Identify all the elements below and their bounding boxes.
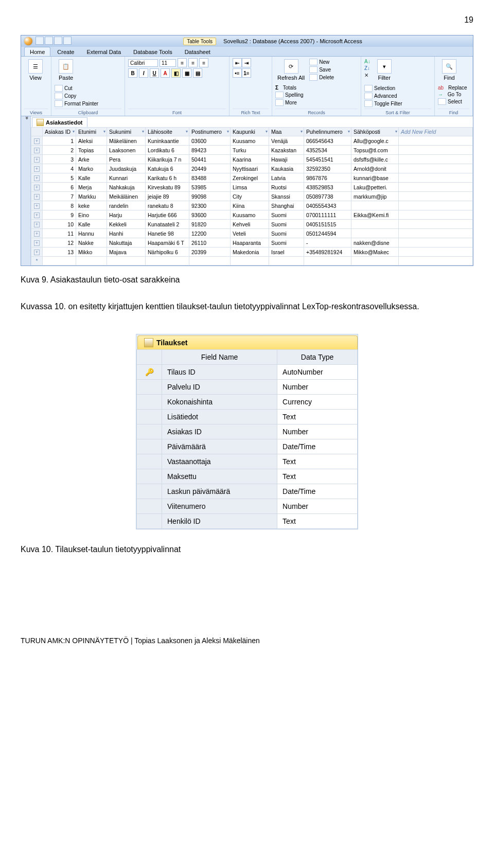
cell[interactable]: Suomi [269,238,304,247]
cell[interactable] [351,220,399,229]
quick-access-toolbar[interactable] [36,37,73,46]
column-header[interactable]: Add New Field [399,128,473,136]
cell[interactable]: 99098 [189,192,231,201]
data-type-cell[interactable]: Text [277,469,358,484]
cell[interactable]: Pera [107,155,146,164]
cell[interactable]: 20449 [189,164,231,173]
column-header[interactable]: Sukunimi▾ [107,128,146,136]
cell[interactable]: 066545643 [304,136,351,146]
cell[interactable]: Kiikarikuja 7 n [146,155,189,164]
cell[interactable]: Ruotsi [269,183,304,192]
cell[interactable]: Kalle [76,173,107,183]
cell[interactable]: Mäkeläinen [107,136,146,146]
field-name-cell[interactable]: Tilaus ID [162,364,277,379]
cell[interactable]: Limsa [231,183,269,192]
field-name-cell[interactable]: Vastaanottaja [162,454,277,469]
cell[interactable]: dsfsffs@kille.c [351,155,399,164]
font-size-select[interactable]: 11 [160,59,176,67]
design-field-row[interactable]: ViitenumeroNumber [137,499,358,513]
cell[interactable]: 9 [43,210,76,220]
field-name-cell[interactable]: Päivämäärä [162,439,277,454]
cell[interactable]: Arke [76,155,107,164]
cell[interactable]: randelin [107,201,146,210]
design-field-row[interactable]: LisätiedotText [137,409,358,424]
cell[interactable]: Israel [269,247,304,257]
column-header[interactable]: Etunimi▾ [76,128,107,136]
cell[interactable]: - [304,238,351,247]
cell[interactable]: Kekkeli [107,220,146,229]
cell[interactable]: keke [76,201,107,210]
nav-pane-collapsed[interactable]: » [21,116,31,265]
cell[interactable]: Markku [76,192,107,201]
table-row[interactable]: +3ArkePeraKiikarikuja 7 n50441KaarinaHaw… [31,155,473,164]
cell[interactable]: ranekatu 8 [146,201,189,210]
cell[interactable]: 12 [43,238,76,247]
cell[interactable]: 3 [43,155,76,164]
cell[interactable]: 32592350 [304,164,351,173]
column-header[interactable]: Sähköposti▾ [351,128,399,136]
data-type-cell[interactable]: Text [277,513,358,528]
cell[interactable] [351,229,399,238]
data-type-cell[interactable]: Date/Time [277,439,358,454]
underline-button[interactable]: U [150,68,159,78]
cell[interactable]: nakken@disne [351,238,399,247]
goto-button[interactable]: → Go To [438,91,467,98]
field-name-cell[interactable]: Lisätiedot [162,409,277,424]
cell[interactable]: 13 [43,247,76,257]
column-header[interactable]: Asiakas ID▾ [43,128,76,136]
spelling-button[interactable]: Spelling [275,91,304,99]
cell[interactable]: Nakke [76,238,107,247]
paste-button[interactable]: 📋Paste [55,58,77,82]
cell[interactable]: Kaarina [231,155,269,164]
design-field-row[interactable]: Henkilö IDText [137,513,358,528]
cell[interactable]: 4 [43,164,76,173]
table-row[interactable]: +8kekerandelinranekatu 892300KiinaShangh… [31,201,473,210]
cell[interactable]: markkum@jip [351,192,399,201]
cell[interactable]: Topias [76,146,107,155]
cell[interactable]: Suomi [269,210,304,220]
design-field-row[interactable]: Laskun päivämääräDate/Time [137,484,358,499]
cell[interactable]: 03600 [189,136,231,146]
table-row[interactable]: +1AleksiMäkeläinenKuninkaantie03600Kuusa… [31,136,473,146]
cell[interactable]: 83488 [189,173,231,183]
cell[interactable]: Harjutie 666 [146,210,189,220]
cell[interactable]: Veteli [231,229,269,238]
cell[interactable]: Kazakstan [269,146,304,155]
cell[interactable]: City [231,192,269,201]
italic-button[interactable]: I [139,68,148,78]
table-row[interactable]: +12NakkeNakuttajaHaapamäki 6 T26110Haapa… [31,238,473,247]
table-row[interactable]: +5KalleKunnariKarikatu 6 h83488Zerokinge… [31,173,473,183]
field-name-cell[interactable]: Palvelu ID [162,379,277,394]
bullets-button[interactable]: •≡ [233,68,242,78]
field-name-cell[interactable]: Maksettu [162,469,277,484]
cell[interactable]: Latvia [269,173,304,183]
filter-button[interactable]: ▾Filter [373,58,396,82]
cell[interactable]: Eino [76,210,107,220]
column-header[interactable]: Maa▾ [269,128,304,136]
view-button[interactable]: ☰View [24,58,47,82]
align-left-button[interactable]: ≡ [178,58,187,67]
cell[interactable]: Kalle [76,220,107,229]
column-header[interactable]: Kaupunki▾ [231,128,269,136]
data-type-cell[interactable]: AutoNumber [277,364,358,379]
cell[interactable]: 11 [43,229,76,238]
cell[interactable]: 0405554343 [304,201,351,210]
cell[interactable]: Shanghai [269,201,304,210]
design-field-row[interactable]: 🔑Tilaus IDAutoNumber [137,364,358,379]
toggle-filter-button[interactable]: Toggle Filter [364,100,402,108]
cell[interactable]: 1 [43,136,76,146]
cell[interactable]: Eikka@Kemi.fi [351,210,399,220]
cell[interactable]: 0700111111 [304,210,351,220]
cell[interactable]: 9867876 [304,173,351,183]
cell[interactable]: Aleksi [76,136,107,146]
advanced-button[interactable]: Advanced [364,92,402,100]
cell[interactable]: 53985 [189,183,231,192]
cell[interactable]: 5 [43,173,76,183]
column-header[interactable]: Postinumero▾ [189,128,231,136]
cell[interactable]: Kuusamo [231,210,269,220]
cell[interactable]: 0405151515 [304,220,351,229]
numbering-button[interactable]: 1≡ [242,68,251,78]
cell[interactable]: Suomi [269,220,304,229]
column-header[interactable]: Lähiosoite▾ [146,128,189,136]
table-row[interactable]: +6MerjaNahkakujaKirveskatu 8953985LimsaR… [31,183,473,192]
